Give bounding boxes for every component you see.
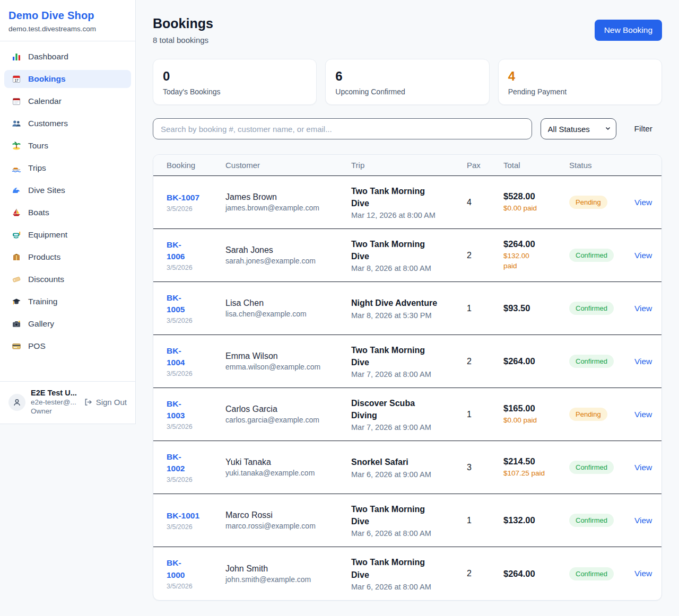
trip-name: Two Tank Morning Dive: [351, 503, 467, 527]
sidebar: Demo Dive Shop demo.test.divestreams.com…: [0, 0, 136, 424]
sidebar-item-training[interactable]: Training: [4, 293, 131, 311]
booking-id-link[interactable]: BK- 1004: [167, 345, 225, 369]
paid-amount: $132.00 paid: [503, 251, 569, 271]
sidebar-item-label: Bookings: [28, 74, 66, 84]
status-select[interactable]: All Statuses: [541, 118, 616, 139]
sidebar-item-tours[interactable]: Tours: [4, 137, 131, 155]
filter-controls: All Statuses Filter: [153, 118, 662, 139]
booking-id-link[interactable]: BK- 1005: [167, 292, 225, 316]
sidebar-item-label: Discounts: [28, 275, 64, 284]
sidebar-item-boats[interactable]: Boats: [4, 204, 131, 222]
user-name: E2E Test U...: [31, 388, 77, 398]
sidebar-item-discounts[interactable]: Discounts: [4, 270, 131, 288]
status-badge: Confirmed: [569, 302, 614, 315]
page-subtitle: 8 total bookings: [153, 36, 213, 45]
table-row: BK- 10053/5/2026 Lisa Chenlisa.chen@exam…: [153, 282, 661, 335]
column-header-status: Status: [569, 161, 634, 170]
customer-email: emma.wilson@example.com: [225, 363, 351, 371]
customer-name: Carlos Garcia: [225, 404, 351, 414]
trip-name: Two Tank Morning Dive: [351, 556, 467, 580]
sidebar-item-products[interactable]: Products: [4, 248, 131, 266]
bookings-table: Booking Customer Trip Pax Total Status B…: [153, 154, 662, 601]
booking-date: 3/5/2026: [167, 370, 225, 377]
booking-date: 3/5/2026: [167, 423, 225, 430]
trip-datetime: Mar 8, 2026 at 5:30 PM: [351, 311, 467, 320]
filter-button[interactable]: Filter: [625, 118, 662, 139]
speedboat-icon: [12, 163, 21, 173]
booking-id-link[interactable]: BK-1007: [167, 192, 225, 204]
sidebar-item-trips[interactable]: Trips: [4, 159, 131, 177]
sign-out-button[interactable]: Sign Out: [84, 398, 127, 407]
customer-email: lisa.chen@example.com: [225, 310, 351, 318]
sidebar-item-dashboard[interactable]: Dashboard: [4, 48, 131, 66]
customer-email: sarah.jones@example.com: [225, 257, 351, 265]
customer-name: Emma Wilson: [225, 351, 351, 361]
trip-datetime: Mar 6, 2026 at 8:00 AM: [351, 583, 467, 591]
total-amount: $264.00: [503, 569, 569, 579]
sign-out-label: Sign Out: [96, 398, 127, 407]
booking-date: 3/5/2026: [167, 583, 225, 590]
brand-domain: demo.test.divestreams.com: [8, 25, 127, 33]
status-select-wrap: All Statuses: [541, 118, 616, 139]
bar-chart-icon: [12, 52, 21, 61]
trip-datetime: Mar 7, 2026 at 8:00 AM: [351, 370, 467, 379]
booking-id-link[interactable]: BK- 1002: [167, 451, 225, 475]
pax-count: 3: [467, 463, 503, 472]
customer-email: john.smith@example.com: [225, 575, 351, 584]
view-link[interactable]: View: [634, 304, 652, 313]
table-row: BK-10073/5/2026 James Brownjames.brown@e…: [153, 176, 661, 229]
view-link[interactable]: View: [634, 251, 652, 260]
booking-id-link[interactable]: BK- 1006: [167, 239, 225, 263]
pax-count: 2: [467, 251, 503, 260]
diving-mask-icon: [12, 230, 21, 240]
view-link[interactable]: View: [634, 410, 652, 419]
sidebar-item-bookings[interactable]: 17 Bookings: [4, 70, 131, 88]
sidebar-item-calendar[interactable]: Calendar: [4, 92, 131, 110]
table-row: BK- 10023/5/2026 Yuki Tanakayuki.tanaka@…: [153, 441, 661, 494]
booking-date: 3/5/2026: [167, 476, 225, 483]
sidebar-item-label: Equipment: [28, 230, 67, 240]
view-link[interactable]: View: [634, 357, 652, 366]
pax-count: 1: [467, 516, 503, 525]
stat-label: Upcoming Confirmed: [335, 87, 479, 96]
trip-name: Two Tank Morning Dive: [351, 344, 467, 368]
booking-id-link[interactable]: BK-1001: [167, 510, 225, 522]
booking-date: 3/5/2026: [167, 523, 225, 531]
person-icon: [12, 398, 22, 407]
sidebar-item-label: Dive Sites: [28, 186, 65, 195]
view-link[interactable]: View: [634, 569, 652, 578]
user-email: e2e-tester@...: [31, 398, 77, 407]
search-input[interactable]: [153, 118, 532, 139]
column-header-customer: Customer: [225, 161, 351, 170]
stat-value: 6: [335, 69, 479, 84]
booking-id-link[interactable]: BK- 1003: [167, 398, 225, 422]
sidebar-item-label: Tours: [28, 141, 48, 151]
trip-name: Discover Scuba Diving: [351, 397, 467, 421]
users-icon: [12, 119, 21, 128]
paid-amount: $0.00 paid: [503, 416, 569, 426]
booking-id-link[interactable]: BK- 1000: [167, 557, 225, 581]
customer-name: Marco Rossi: [225, 511, 351, 520]
customer-email: carlos.garcia@example.com: [225, 416, 351, 424]
svg-text:17: 17: [14, 78, 19, 82]
sidebar-item-customers[interactable]: Customers: [4, 115, 131, 133]
new-booking-button[interactable]: New Booking: [595, 20, 662, 41]
page-title: Bookings: [153, 16, 213, 31]
total-amount: $165.00: [503, 403, 569, 413]
trip-name: Two Tank Morning Dive: [351, 185, 467, 209]
column-header-booking: Booking: [167, 161, 225, 170]
sidebar-item-label: Calendar: [28, 96, 62, 106]
stat-value: 0: [163, 69, 307, 84]
trip-datetime: Mar 6, 2026 at 8:00 AM: [351, 529, 467, 538]
view-link[interactable]: View: [634, 463, 652, 472]
sidebar-item-gallery[interactable]: Gallery: [4, 315, 131, 333]
sidebar-item-pos[interactable]: POS: [4, 337, 131, 355]
sidebar-item-dive-sites[interactable]: Dive Sites: [4, 181, 131, 199]
view-link[interactable]: View: [634, 198, 652, 207]
sidebar-item-equipment[interactable]: Equipment: [4, 226, 131, 244]
stats-row: 0 Today's Bookings 6 Upcoming Confirmed …: [153, 59, 662, 105]
customer-email: james.brown@example.com: [225, 204, 351, 212]
view-link[interactable]: View: [634, 516, 652, 525]
tag-icon: [12, 275, 21, 284]
pax-count: 1: [467, 410, 503, 419]
